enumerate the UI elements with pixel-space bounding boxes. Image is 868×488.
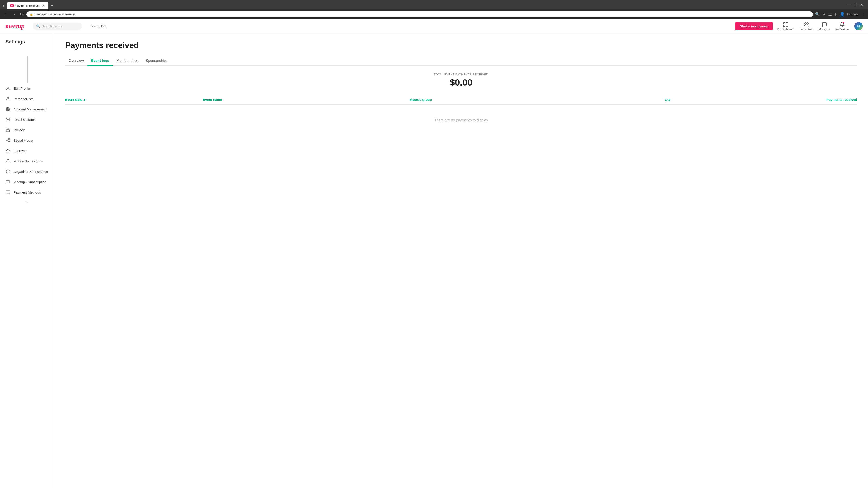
maximize-button[interactable]: ❐ [854,2,857,7]
person-outline-icon [5,96,10,101]
col-event-date[interactable]: Event date ▲ [65,98,203,101]
tab-switcher-button[interactable]: ▼ [2,4,5,8]
svg-rect-3 [784,25,785,27]
start-group-button[interactable]: Start a new group [735,22,773,30]
col-qty-label: Qty [665,98,671,101]
window-controls: — ❐ ✕ [844,2,866,9]
svg-rect-23 [6,191,10,194]
pro-dashboard-nav[interactable]: Pro Dashboard [777,22,794,31]
download-button[interactable]: ⇓ [834,12,837,17]
profile-button[interactable]: 👤 [840,12,845,17]
notification-dot [843,22,844,24]
svg-point-10 [7,97,9,99]
messages-nav[interactable]: Messages [819,22,830,31]
messages-label: Messages [819,28,830,31]
sidebar-item-privacy[interactable]: Privacy [0,125,54,135]
sidebar-item-personal-info[interactable]: Personal Info [0,94,54,104]
tab-member-dues[interactable]: Member dues [113,57,142,66]
sidebar-label-edit-profile: Edit Profile [13,87,30,90]
tab-sponsorships[interactable]: Sponsorships [142,57,171,66]
messages-icon [822,22,827,27]
connections-nav[interactable]: Connections [800,22,813,31]
reload-button[interactable]: ⟳ [19,11,24,18]
logo[interactable]: meetup [5,23,24,30]
col-date-label: Event date [65,98,82,101]
close-button[interactable]: ✕ [860,2,864,7]
search-button[interactable]: 🔍 [815,12,820,17]
sidebar-item-account-management[interactable]: Account Management [0,104,54,114]
col-payments-label: Payments received [827,98,857,101]
sort-arrow-icon: ▲ [83,98,86,101]
sidebar-item-social-media[interactable]: Social Media [0,135,54,145]
sidebar-label-personal-info: Personal Info [13,97,33,101]
connections-label: Connections [800,28,813,31]
incognito-label: Incognito [847,13,859,16]
bell-icon [5,159,10,164]
gear-icon [5,107,10,111]
sidebar-item-mobile-notifications[interactable]: Mobile Notifications [0,156,54,166]
tab-overview[interactable]: Overview [65,57,88,66]
sidebar-item-payment-methods[interactable]: Payment Methods [0,187,54,197]
share-icon [5,138,10,143]
notifications-nav[interactable]: Notifications [835,22,849,31]
sidebar-item-interests[interactable]: Interests [0,145,54,156]
card-icon [5,190,10,195]
active-tab[interactable]: m Payments received ✕ [7,2,49,9]
logo-text: meetup [5,23,24,30]
star-icon [5,148,10,153]
sidebar-label-mobile-notifications: Mobile Notifications [13,159,43,163]
sidebar-label-interests: Interests [13,149,27,153]
forward-button[interactable]: → [11,11,17,18]
col-payments-received[interactable]: Payments received [719,98,857,101]
sidebar-item-email-updates[interactable]: Email Updates [0,114,54,125]
scroll-down-indicator[interactable] [0,197,54,206]
app-body: Settings Edit Profile Personal Info Acco… [0,33,868,488]
svg-rect-2 [786,25,788,27]
bookmark-button[interactable]: ★ [822,12,826,17]
tab-event-fees[interactable]: Event fees [88,57,113,66]
scrollbar[interactable] [27,56,28,83]
browser-chrome: ▼ m Payments received ✕ + — ❐ ✕ ← → ⟳ 🔒 … [0,0,868,19]
sidebar-item-meetup-plus[interactable]: Meetup+ Subscription [0,177,54,187]
avatar-image: M [855,22,863,30]
empty-message: There are no payments to display [65,105,857,136]
svg-line-18 [7,139,8,140]
back-button[interactable]: ← [3,11,8,18]
svg-line-17 [7,140,8,141]
nav-icons: Pro Dashboard Connections Messages Notif… [777,22,863,31]
col-meetup-group[interactable]: Meetup group [409,98,616,101]
chart-icon [783,22,788,27]
svg-point-16 [8,141,10,142]
new-tab-button[interactable]: + [49,3,55,8]
url-bar[interactable]: 🔒 meetup.com/payments/events/ [26,11,813,18]
location-button[interactable]: Dover, DE [90,24,106,28]
minimize-button[interactable]: — [847,2,851,7]
sidebar-item-edit-profile[interactable]: Edit Profile [0,83,54,94]
search-box[interactable]: 🔍 Search events [33,23,82,30]
stats-value: $0.00 [65,77,857,88]
tab-title: Payments received [16,4,40,7]
chevron-down-icon [25,200,29,204]
table-header: Event date ▲ Event name Meetup group Qty… [65,95,857,105]
svg-point-15 [6,140,7,141]
sidebar-item-organizer-subscription[interactable]: Organizer Subscription [0,166,54,177]
col-event-name[interactable]: Event name [203,98,409,101]
svg-point-5 [807,23,808,24]
sidebar-label-account-management: Account Management [13,107,46,111]
svg-rect-13 [6,130,10,132]
svg-point-11 [7,109,8,110]
menu-button[interactable]: ⋮ [861,12,865,17]
tabs: Overview Event fees Member dues Sponsors… [65,57,857,66]
tab-bar: ▼ m Payments received ✕ + — ❐ ✕ [0,0,868,9]
pro-dashboard-label: Pro Dashboard [777,28,794,31]
extensions-button[interactable]: ☰ [828,12,832,17]
svg-point-9 [7,87,9,88]
sidebar-label-privacy: Privacy [13,128,25,132]
url-text: meetup.com/payments/events/ [35,13,75,16]
sidebar-title: Settings [0,39,54,49]
stats-section: TOTAL EVENT PAYMENTS RECEIVED $0.00 [65,73,857,88]
col-qty[interactable]: Qty [616,98,719,101]
avatar[interactable]: M [855,22,863,30]
lock-icon: 🔒 [30,13,33,16]
tab-close-button[interactable]: ✕ [42,4,45,8]
